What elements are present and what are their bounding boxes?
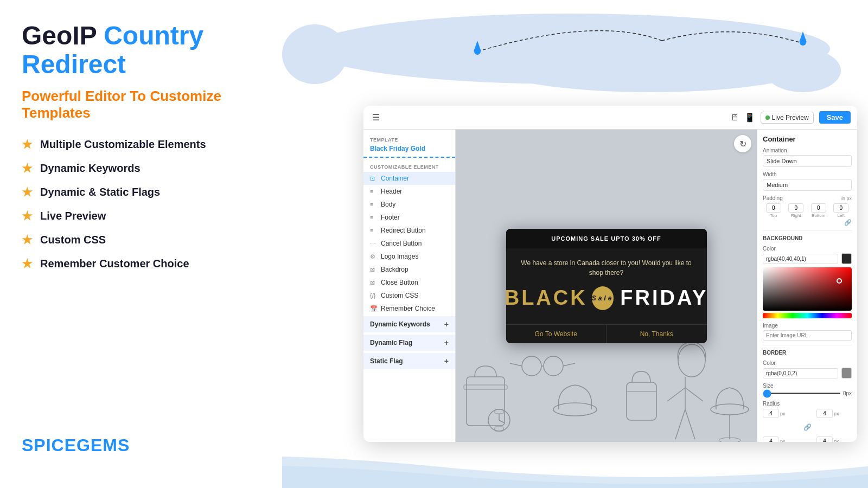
- go-to-website-button[interactable]: Go To Website: [506, 325, 607, 343]
- redirect-icon: ≡: [370, 227, 378, 234]
- feature-item-1: ★Multiple Customizable Elements: [22, 138, 260, 152]
- modal-header-text: UPCOMING SALE UPTO 30% OFF: [515, 235, 698, 242]
- border-color-row: [763, 368, 852, 378]
- padding-right-cell: Right: [786, 203, 807, 218]
- modal-brand: BLACK Sale FRIDAY: [517, 286, 696, 310]
- save-button[interactable]: Save: [819, 111, 851, 124]
- padding-left-input[interactable]: [833, 203, 848, 213]
- image-label: Image: [763, 323, 852, 329]
- no-thanks-button[interactable]: No, Thanks: [607, 325, 707, 343]
- radius-br: px: [816, 436, 852, 442]
- radius-spacer3: [816, 419, 852, 435]
- live-preview-button[interactable]: Live Preview: [761, 112, 814, 124]
- radius-bl-input[interactable]: [763, 436, 779, 442]
- radius-tl: px: [763, 409, 798, 418]
- modal-buttons: Go To Website No, Thanks: [506, 324, 707, 343]
- color-picker-handle: [837, 278, 842, 284]
- svg-line-26: [685, 388, 703, 401]
- color-input[interactable]: [763, 254, 838, 264]
- element-label: CUSTOMIZABLE ELEMENT: [363, 161, 455, 172]
- svg-rect-27: [627, 382, 656, 420]
- padding-top-label: Top: [770, 213, 777, 218]
- color-picker[interactable]: [763, 267, 852, 311]
- svg-line-25: [667, 388, 685, 401]
- left-panel: GeoIP Country Redirect Powerful Editor T…: [0, 0, 282, 488]
- sidebar-item-backdrop[interactable]: ⊠ Backdrop: [363, 263, 455, 276]
- footer-icon: ≡: [370, 214, 378, 221]
- radius-tr-input[interactable]: [816, 409, 833, 418]
- width-label: Width: [763, 171, 852, 177]
- link-icon: 🔗: [844, 219, 852, 226]
- sidebar-item-redirect[interactable]: ≡ Redirect Button: [363, 224, 455, 237]
- svg-point-29: [711, 404, 749, 415]
- border-color-swatch[interactable]: [841, 368, 852, 378]
- group-dynamic-flag[interactable]: Dynamic Flag +: [363, 335, 455, 351]
- star-icon-1: ★: [22, 138, 33, 152]
- padding-bottom-input[interactable]: [811, 203, 826, 213]
- padding-left-cell: Left: [831, 203, 852, 218]
- sidebar-item-header[interactable]: ≡ Header: [363, 185, 455, 198]
- sketch-right: [605, 333, 757, 442]
- border-color-input[interactable]: [763, 368, 838, 378]
- bg-label: BACKGROUND: [763, 235, 852, 241]
- padding-unit: in px: [783, 196, 852, 201]
- sidebar-item-body[interactable]: ≡ Body: [363, 198, 455, 211]
- feature-item-3: ★Dynamic & Static Flags: [22, 185, 260, 200]
- feature-item-2: ★Dynamic Keywords: [22, 162, 260, 176]
- feature-item-6: ★Remember Customer Choice: [22, 257, 260, 271]
- feature-list: ★Multiple Customizable Elements ★Dynamic…: [22, 138, 260, 271]
- animation-select[interactable]: Slide Down: [763, 155, 852, 167]
- feature-item-5: ★Custom CSS: [22, 233, 260, 247]
- width-select[interactable]: Medium: [763, 179, 852, 191]
- editor-sidebar: TEMPLATE Black Friday Gold CUSTOMIZABLE …: [363, 130, 456, 442]
- padding-left-label: Left: [838, 213, 845, 218]
- padding-label: Padding: [763, 195, 783, 201]
- image-url-input[interactable]: [763, 330, 852, 341]
- refresh-button[interactable]: ↻: [734, 135, 751, 152]
- sidebar-item-logo[interactable]: ⚙ Logo Images: [363, 250, 455, 263]
- border-size-row: 0px: [763, 390, 852, 396]
- padding-bottom-cell: Bottom: [808, 203, 829, 218]
- modal-body: We have a store in Canada closer to you!…: [506, 248, 707, 324]
- group-static-flag[interactable]: Static Flag +: [363, 353, 455, 369]
- editor-properties: Container Animation Slide Down Width Med…: [757, 130, 857, 442]
- radius-br-input[interactable]: [816, 436, 833, 442]
- subtitle: Powerful Editor To Customize Templates: [22, 88, 260, 121]
- container-icon: ⊡: [370, 175, 378, 182]
- border-label: BORDER: [763, 350, 852, 356]
- sidebar-item-remember[interactable]: 📅 Remember Choice: [363, 302, 455, 315]
- brand-left: BLACK: [506, 286, 588, 310]
- radius-label: Radius: [763, 401, 852, 407]
- sidebar-item-close[interactable]: ⊠ Close Button: [363, 276, 455, 289]
- sidebar-item-container[interactable]: ⊡ Container: [363, 172, 455, 185]
- svg-point-1: [488, 38, 814, 92]
- padding-top-input[interactable]: [766, 203, 781, 213]
- svg-line-14: [563, 363, 575, 366]
- radius-tl-input[interactable]: [763, 409, 779, 418]
- svg-line-24: [685, 409, 695, 439]
- monitor-icon[interactable]: 🖥: [730, 113, 739, 123]
- svg-point-10: [522, 356, 541, 376]
- svg-point-3: [765, 49, 841, 92]
- backdrop-icon: ⊠: [370, 266, 378, 273]
- template-label: TEMPLATE: [363, 135, 455, 144]
- color-swatch[interactable]: [841, 253, 852, 264]
- svg-line-23: [675, 409, 685, 439]
- mobile-icon[interactable]: 📱: [744, 112, 755, 123]
- hue-bar[interactable]: [763, 313, 852, 318]
- svg-point-2: [282, 24, 347, 84]
- sidebar-item-cancel[interactable]: ⋯ Cancel Button: [363, 237, 455, 250]
- padding-right-input[interactable]: [788, 203, 803, 213]
- css-icon: {/}: [370, 292, 378, 299]
- remember-icon: 📅: [370, 305, 378, 312]
- menu-icon[interactable]: ☰: [370, 112, 382, 124]
- template-name[interactable]: Black Friday Gold: [363, 144, 455, 158]
- star-icon-6: ★: [22, 257, 33, 271]
- sidebar-item-css[interactable]: {/} Custom CSS: [363, 289, 455, 302]
- border-size-slider[interactable]: [763, 393, 841, 394]
- group-dynamic-keywords[interactable]: Dynamic Keywords +: [363, 316, 455, 332]
- editor-container: ☰ 🖥 📱 Live Preview Save TEMPLATE Black F…: [363, 106, 857, 442]
- radius-center: 🔗: [799, 419, 815, 435]
- svg-line-12: [510, 363, 522, 366]
- sidebar-item-footer[interactable]: ≡ Footer: [363, 211, 455, 224]
